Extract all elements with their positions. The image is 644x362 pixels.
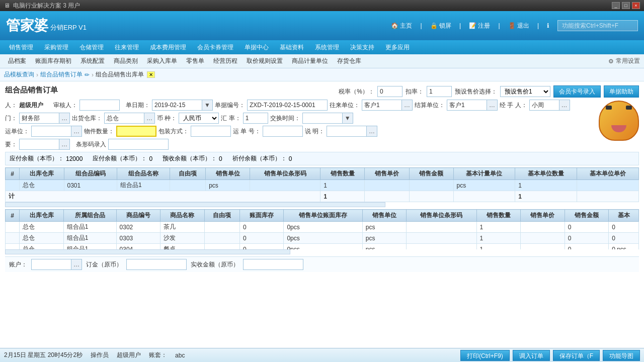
to-unit-input[interactable] bbox=[362, 100, 402, 111]
date-picker-btn[interactable]: ▼ bbox=[202, 100, 213, 111]
preset-price-select[interactable]: 预设售价1 bbox=[500, 86, 550, 97]
tb-price-rule[interactable]: 取价规则设置 bbox=[243, 55, 287, 67]
to-unit-btn[interactable]: … bbox=[402, 100, 413, 111]
required-btn[interactable]: … bbox=[59, 139, 70, 150]
tb-sys-config[interactable]: 系统配置 bbox=[76, 55, 109, 67]
print-btn[interactable]: 打印(Ctrl+F9) bbox=[460, 350, 510, 361]
settings-btn[interactable]: ⚙ 常用设置 bbox=[608, 57, 640, 65]
logout-link[interactable]: 🚪 退出 bbox=[508, 22, 529, 30]
remark-btn[interactable]: … bbox=[367, 126, 377, 137]
account-input[interactable] bbox=[31, 259, 71, 270]
col-sales-barcode: 销售单位条形码 bbox=[250, 168, 320, 180]
actual-amount-input[interactable] bbox=[243, 259, 303, 270]
exchange-time-btn[interactable]: ▼ bbox=[343, 113, 353, 124]
table-row[interactable]: 总仓 组合品1 0303 沙发 0 0pcs pcs 1 0 0 bbox=[6, 233, 639, 244]
barcode-input[interactable] bbox=[108, 139, 169, 150]
lower-table-wrapper: # 出库仓库 所属组合品 商品编号 商品名称 自由项 账面库存 销售单位账面库存… bbox=[5, 209, 639, 249]
ship-wh-btn[interactable]: … bbox=[144, 113, 155, 124]
exchange-input[interactable] bbox=[243, 113, 268, 124]
nav-more[interactable]: 更多应用 bbox=[380, 40, 415, 54]
order-no-input[interactable] bbox=[247, 100, 328, 111]
parts-count-input[interactable] bbox=[116, 126, 156, 137]
lower-scrollbar[interactable] bbox=[5, 249, 290, 254]
tb-stock-warehouse[interactable]: 存货仓库 bbox=[333, 55, 365, 67]
nav-basic[interactable]: 基础资料 bbox=[275, 40, 309, 54]
pack-input[interactable] bbox=[191, 126, 231, 137]
home-icon[interactable]: 🏠 主页 bbox=[391, 22, 412, 30]
col-warehouse: 出库仓库 bbox=[20, 168, 64, 180]
ship-unit-input[interactable] bbox=[31, 126, 71, 137]
nav-warehouse[interactable]: 仓储管理 bbox=[74, 40, 109, 54]
col-sales-price: 销售单价 bbox=[365, 168, 409, 180]
table-row[interactable]: 总仓 组合品1 0304 餐桌 0 0pcs pcs 1 0 0 pcs bbox=[6, 244, 639, 250]
order-yuan-input[interactable] bbox=[126, 259, 187, 270]
nav-member[interactable]: 会员卡券管理 bbox=[192, 40, 238, 54]
card-entry-btn[interactable]: 会员卡号录入 bbox=[553, 85, 601, 98]
maximize-btn[interactable]: □ bbox=[622, 2, 630, 9]
dept-btn[interactable]: … bbox=[59, 113, 70, 124]
order-date-wrapper: ▼ bbox=[152, 100, 213, 111]
upper-scrollbar[interactable] bbox=[5, 202, 385, 207]
function-search-input[interactable] bbox=[557, 20, 638, 31]
tb-retail[interactable]: 零售单 bbox=[182, 55, 208, 67]
bottom-form: 账户： … 订金（原币） 实收金额（原币） bbox=[5, 256, 639, 272]
waybill-input[interactable] bbox=[263, 126, 303, 137]
lrow3-unit-stock: 0pcs bbox=[284, 244, 362, 250]
settle-input[interactable] bbox=[447, 100, 487, 111]
account-btn[interactable]: … bbox=[71, 259, 82, 270]
required-input[interactable] bbox=[19, 139, 59, 150]
nav-purchase[interactable]: 采购管理 bbox=[39, 40, 73, 54]
order-date-input[interactable] bbox=[152, 100, 202, 111]
close-btn[interactable]: × bbox=[632, 2, 640, 9]
table-row[interactable]: 总仓 0301 组合品1 pcs 1 pcs 1 bbox=[6, 180, 639, 191]
import-order-btn[interactable]: 调入订单 bbox=[513, 350, 550, 361]
nav-voucher[interactable]: 单据中心 bbox=[239, 40, 274, 54]
handler-btn[interactable]: … bbox=[559, 100, 570, 111]
tb-history[interactable]: 经营历程 bbox=[209, 55, 242, 67]
tb-product-file[interactable]: 品档案 bbox=[4, 55, 30, 67]
register-link[interactable]: 📝 注册 bbox=[469, 22, 490, 30]
summary-empty3 bbox=[453, 191, 515, 202]
minimize-btn[interactable]: _ bbox=[612, 2, 620, 9]
breadcrumb-combo-sales[interactable]: 组合品销售订单 bbox=[40, 70, 83, 79]
discount-input[interactable] bbox=[427, 86, 452, 97]
info-icon[interactable]: ℹ bbox=[547, 22, 549, 29]
tb-measure[interactable]: 商品计量单位 bbox=[288, 55, 332, 67]
breadcrumb-current: 组合品销售出库单 bbox=[96, 70, 144, 79]
table-row[interactable]: 总仓 组合品1 0302 茶几 0 0pcs pcs 1 0 0 bbox=[6, 222, 639, 233]
pre-collect-value: 0 bbox=[219, 155, 222, 162]
settle-btn[interactable]: … bbox=[487, 100, 498, 111]
breadcrumb-template[interactable]: 品模板查询 bbox=[4, 70, 34, 79]
remark-input[interactable] bbox=[327, 126, 367, 137]
tax-rate-input[interactable] bbox=[377, 86, 403, 97]
save-order-btn[interactable]: 保存订单（F bbox=[553, 350, 600, 361]
ship-wh-input[interactable] bbox=[104, 113, 144, 124]
main-content: 组合品销售订单 税率（%）： 扣率： 预设售价选择： 预设售价1 会员卡号录入 … bbox=[0, 81, 644, 348]
nav-decision[interactable]: 决策支持 bbox=[345, 40, 379, 54]
nav-cost[interactable]: 成本费用管理 bbox=[145, 40, 191, 54]
reviewer-input[interactable] bbox=[79, 100, 120, 111]
tb-category[interactable]: 商品类别 bbox=[110, 55, 142, 67]
tb-stock-init[interactable]: 账面库存期初 bbox=[31, 55, 75, 67]
breadcrumb-close-tag[interactable]: ✕ bbox=[147, 71, 155, 78]
handler-input[interactable] bbox=[529, 100, 559, 111]
window-controls[interactable]: _ □ × bbox=[612, 2, 640, 9]
lock-icon[interactable]: 🔒 锁屏 bbox=[430, 22, 451, 30]
col-combo-code: 组合品编码 bbox=[64, 168, 117, 180]
currency-select[interactable]: 人民币 bbox=[179, 113, 219, 124]
pre-pay-item: 祈付余额（本币）： 0 bbox=[232, 154, 292, 163]
lrow3-name: 餐桌 bbox=[160, 244, 205, 250]
function-map-btn[interactable]: 功能导图 bbox=[603, 350, 640, 361]
nav-system[interactable]: 系统管理 bbox=[310, 40, 344, 54]
nav-sales[interactable]: 销售管理 bbox=[4, 40, 38, 54]
help-btn[interactable]: 单据助助 bbox=[604, 85, 639, 98]
upper-table-wrapper: # 出库仓库 组合品编码 组合品名称 自由项 销售单位 销售单位条形码 销售数量… bbox=[5, 167, 639, 202]
col-base-price: 基本单位单价 bbox=[577, 168, 639, 180]
exchange-time-input[interactable] bbox=[302, 113, 343, 124]
nav-accounts[interactable]: 往来管理 bbox=[110, 40, 144, 54]
ship-unit-btn[interactable]: … bbox=[71, 126, 82, 137]
lrow2-no bbox=[6, 233, 20, 244]
tb-purchase-in[interactable]: 采购入库单 bbox=[143, 55, 181, 67]
receivable-value: 0 bbox=[149, 155, 152, 162]
dept-input[interactable] bbox=[19, 113, 59, 124]
